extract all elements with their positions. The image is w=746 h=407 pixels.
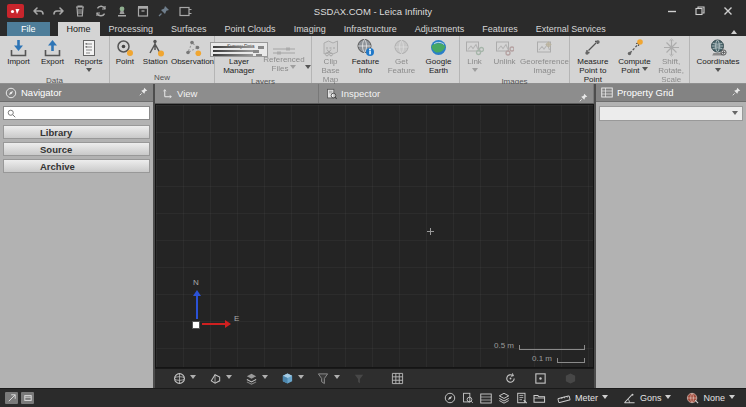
navigator-section-library[interactable]: Library — [3, 125, 150, 139]
statusbar-navigator-button[interactable] — [442, 391, 458, 406]
leica-logo-icon — [10, 7, 21, 16]
close-icon — [723, 6, 733, 16]
tab-home[interactable]: Home — [58, 22, 100, 36]
navigator-section-source[interactable]: Source — [3, 142, 150, 156]
archive-box-icon — [137, 5, 149, 17]
new-station-button[interactable]: Station — [140, 37, 171, 72]
tab-features[interactable]: Features — [473, 22, 527, 36]
angle-unit-dropdown[interactable]: Gons — [617, 393, 678, 404]
reports-label: Reports — [74, 58, 102, 67]
filter-button[interactable] — [315, 371, 340, 387]
statusbar-inspector-button[interactable] — [460, 391, 476, 406]
view-mode-button[interactable] — [171, 371, 196, 387]
navigator-title: Navigator — [21, 87, 62, 98]
tab-view-label: View — [177, 88, 197, 99]
new-point-label: Point — [116, 58, 134, 67]
shift-rotate-scale-button[interactable]: Shift, Rotate, Scale — [653, 37, 689, 84]
compute-point-button[interactable]: Compute Point — [616, 37, 654, 84]
window-layout-button[interactable] — [178, 4, 192, 18]
coordinate-system-dropdown[interactable]: None — [680, 392, 741, 404]
layers-more-button[interactable] — [305, 37, 311, 76]
new-point-button[interactable]: Point — [110, 37, 140, 72]
ribbon-group-layers: Survey Data Layer Manager Referenced Fil… — [215, 36, 312, 83]
tab-imaging[interactable]: Imaging — [285, 22, 335, 36]
navigator-icon — [5, 87, 17, 99]
import-icon — [9, 38, 28, 57]
georeference-image-icon — [535, 38, 554, 57]
stamp-button[interactable] — [115, 4, 129, 18]
navigator-section-archive[interactable]: Archive — [3, 159, 150, 173]
statusbar-folder-button[interactable] — [532, 391, 548, 406]
orientation-axis: N E — [190, 277, 242, 329]
tab-point-clouds[interactable]: Point Clouds — [216, 22, 285, 36]
google-earth-button[interactable]: Google Earth — [420, 37, 458, 84]
stamp-icon — [116, 5, 128, 17]
tab-external-services[interactable]: External Services — [527, 22, 615, 36]
workspace-layout-button[interactable] — [5, 392, 18, 404]
minimize-button[interactable] — [666, 5, 678, 17]
layers-visibility-button[interactable] — [243, 371, 268, 387]
new-observation-button[interactable]: Observation — [171, 37, 214, 72]
get-feature-button[interactable]: Get Feature — [384, 37, 420, 84]
archive-box-button[interactable] — [136, 4, 150, 18]
restore-button[interactable] — [694, 5, 706, 17]
feature-info-button[interactable]: Feature Info — [348, 37, 384, 84]
delete-button[interactable] — [73, 4, 87, 18]
referenced-files-button[interactable]: Referenced Files — [264, 37, 304, 76]
navigator-search-input[interactable] — [19, 108, 146, 118]
view-tab-strip: View Inspector — [155, 84, 594, 104]
ruler-icon — [557, 393, 571, 403]
navigator-header: Navigator — [0, 84, 153, 102]
statusbar-layers-button[interactable] — [496, 391, 512, 406]
view-center-crosshair — [427, 228, 434, 235]
navigator-search[interactable] — [3, 106, 150, 120]
coordinates-label: Coordinates — [696, 58, 739, 67]
unlink-image-icon — [495, 38, 514, 57]
property-grid-selector[interactable] — [599, 106, 743, 121]
ribbon-collapse-button[interactable] — [731, 27, 737, 34]
sync-button[interactable] — [94, 4, 108, 18]
group-label-new: New — [110, 72, 214, 83]
clip-base-map-button[interactable]: Clip Base Map — [314, 37, 348, 84]
tab-adjustments[interactable]: Adjustments — [406, 22, 474, 36]
tab-processing[interactable]: Processing — [100, 22, 163, 36]
tab-file[interactable]: File — [7, 22, 50, 36]
snap-mode-caret-icon — [226, 375, 232, 382]
link-image-button[interactable]: Link — [461, 37, 489, 76]
3d-view-button[interactable] — [279, 371, 304, 387]
crs-globe-icon — [686, 392, 699, 404]
georeference-image-button[interactable]: Georeference Image — [521, 37, 569, 76]
unlink-image-button[interactable]: Unlink — [489, 37, 521, 76]
close-button[interactable] — [722, 5, 734, 17]
statusbar-property-grid-button[interactable] — [478, 391, 494, 406]
import-button[interactable]: Import — [2, 37, 36, 75]
property-grid-panel: Property Grid — [594, 84, 746, 388]
status-bar: Meter Gons None — [0, 388, 746, 407]
layers-stack-icon — [498, 392, 510, 404]
measure-point-to-point-label: Measure Point to Point — [572, 58, 614, 84]
length-unit-dropdown[interactable]: Meter — [551, 393, 614, 403]
dock-layout-button[interactable] — [21, 392, 34, 404]
snap-mode-button[interactable] — [207, 371, 232, 387]
leica-logo-button[interactable] — [7, 4, 24, 18]
redo-button[interactable] — [52, 4, 66, 18]
measure-point-to-point-button[interactable]: Measure Point to Point — [570, 37, 616, 84]
property-grid-pin-button[interactable] — [732, 87, 741, 98]
grid-toggle-button[interactable] — [389, 371, 405, 387]
view-canvas[interactable]: N E 0.5 m 0.1 m — [155, 104, 594, 368]
export-button[interactable]: Export — [36, 37, 70, 75]
statusbar-report-button[interactable] — [514, 391, 530, 406]
tab-view[interactable]: View — [155, 84, 319, 103]
tab-surfaces[interactable]: Surfaces — [162, 22, 216, 36]
undo-button[interactable] — [31, 4, 45, 18]
zoom-extents-button[interactable] — [532, 371, 548, 387]
tab-infrastructure[interactable]: Infrastructure — [335, 22, 406, 36]
navigator-pin-button[interactable] — [139, 87, 148, 98]
layer-manager-button[interactable]: Survey Data Layer Manager — [215, 37, 263, 76]
inspector-icon — [326, 88, 337, 100]
reports-button[interactable]: Reports — [70, 37, 108, 75]
tab-inspector[interactable]: Inspector — [319, 84, 594, 103]
coordinates-button[interactable]: Coordinates — [692, 37, 744, 75]
reset-rotation-button[interactable] — [502, 371, 518, 387]
pin-tool-button[interactable] — [157, 4, 171, 18]
